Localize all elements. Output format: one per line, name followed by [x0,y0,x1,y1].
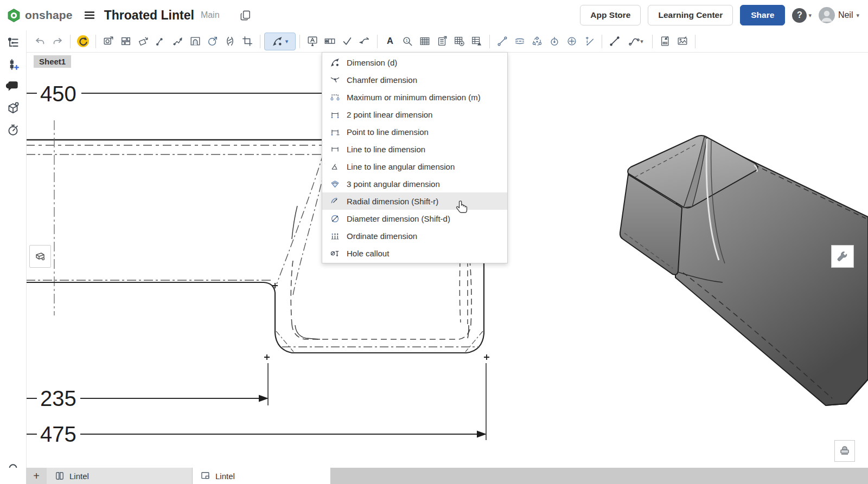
chamfer-dimension-icon [329,74,341,86]
table-button[interactable] [416,33,433,49]
menu-item-chamfer-dimension[interactable]: Chamfer dimension [322,71,507,88]
comments-button[interactable] [4,77,22,95]
3d-part-view[interactable] [620,135,868,405]
circular-center-mark-button[interactable] [546,33,563,49]
avatar [819,7,835,23]
print-icon [838,444,851,457]
multi-leader-button[interactable] [356,33,373,49]
menu-item-label: Line to line angular dimension [347,162,455,171]
text-button[interactable]: A [381,33,399,49]
dimension-235-group[interactable]: 235 [26,363,269,410]
main-menu-button[interactable] [82,8,97,22]
learning-center-button[interactable]: Learning Center [648,5,733,25]
center-mark-icon [566,35,578,47]
drawing-icon [200,470,211,481]
share-button[interactable]: Share [740,5,785,25]
spline-button[interactable]: ▾ [623,33,648,49]
auxiliary-view-button[interactable] [135,33,152,49]
menu-item-2-point-linear-dimension[interactable]: 2 point linear dimension [322,106,507,123]
menu-item-label: Point to line dimension [347,127,429,137]
spline-icon [628,35,640,47]
onshape-logo[interactable]: onshape [7,8,73,23]
menu-item-line-to-line-dimension[interactable]: Line to line dimension [322,140,507,158]
configurations-button[interactable] [4,55,22,74]
center-mark-pattern-icon [531,35,543,47]
inspect-button[interactable]: 1 [399,33,416,49]
help-icon: ? [792,8,807,23]
dimension-value[interactable]: 475 [40,422,76,446]
dimension-value[interactable]: 450 [40,82,76,106]
center-mark-pattern-button[interactable] [528,33,546,49]
toolbar-separator [70,35,71,48]
user-menu[interactable]: Neil ▾ [819,7,859,23]
menu-item-max-min-dimension[interactable]: Maximum or minimum dimension (m) [322,88,507,106]
view-stack-icon [34,250,47,263]
update-views-button[interactable] [74,33,92,49]
line-button[interactable] [606,33,623,49]
drawing-view-button[interactable] [29,245,51,268]
menu-item-3-point-angular-dimension[interactable]: 3 point angular dimension [322,175,507,192]
dimension-value[interactable]: 235 [40,386,76,410]
view-tools-button[interactable] [831,245,854,268]
menu-item-diameter-dimension[interactable]: Diameter dimension (Shift-d) [322,210,507,227]
tab-bar-filler [331,468,868,484]
centerline-bisector-button[interactable] [580,33,598,49]
export-dxf-button[interactable]: DXF [656,33,674,49]
history-button[interactable] [4,120,22,139]
broken-out-section-button[interactable] [187,33,204,49]
help-menu[interactable]: ? ▾ [792,8,812,23]
view-layout-button[interactable] [117,33,135,49]
diameter-dimension-icon [329,212,341,224]
menu-item-ordinate-dimension[interactable]: Ordinate dimension [322,227,507,244]
menu-item-radial-dimension[interactable]: Radial dimension (Shift-r) [322,192,507,210]
redo-button[interactable] [49,33,66,49]
tab-part-studio-lintel[interactable]: Lintel [47,468,193,484]
note-button[interactable] [304,33,321,49]
copy-document-button[interactable] [238,8,253,23]
bom-table-button[interactable] [433,33,451,49]
onshape-logo-icon [7,8,21,23]
centerline-button[interactable] [511,33,528,49]
centerline-two-points-button[interactable] [494,33,511,49]
print-button[interactable] [834,440,855,462]
center-mark-button[interactable] [563,33,580,49]
dimension-icon [272,36,283,47]
undo-button[interactable] [31,33,49,49]
menu-item-hole-callout[interactable]: Hole callout [322,244,507,262]
detail-view-button[interactable] [204,33,221,49]
toolbar-separator [489,35,490,48]
menu-item-point-to-line-dimension[interactable]: Point to line dimension [322,123,507,140]
dimension-475-group[interactable]: 475 [26,363,487,446]
feature-list-icon [6,36,20,50]
copy-document-icon [239,9,252,22]
menu-item-line-to-line-angular-dimension[interactable]: Line to line angular dimension [322,158,507,175]
menu-item-dimension[interactable]: Dimension (d) [322,54,507,71]
bom-table-icon [436,35,448,47]
versions-button[interactable] [4,99,22,117]
add-tab-button[interactable]: + [26,468,47,484]
export-dxf-icon: DXF [659,35,671,47]
dimension-icon [329,56,341,68]
section-line-button[interactable] [152,33,169,49]
undo-icon [34,35,46,47]
hole-table-button[interactable] [451,33,468,49]
dimension-tool-button[interactable]: ▾ [264,33,296,50]
surface-finish-button[interactable] [339,33,356,49]
app-store-button[interactable]: App Store [580,5,641,25]
geometric-tolerance-button[interactable] [321,33,339,49]
insert-view-button[interactable] [100,33,117,49]
revision-table-button[interactable] [468,33,486,49]
hamburger-icon [84,9,95,21]
sheet-tab[interactable]: Sheet1 [34,55,71,68]
feature-list-button[interactable] [4,34,22,52]
crop-view-button[interactable] [239,33,256,49]
tab-drawing-lintel[interactable]: Lintel [193,468,331,484]
partial-section-button[interactable] [169,33,187,49]
break-view-button[interactable] [221,33,239,49]
workspace-label[interactable]: Main [201,10,220,20]
break-view-icon [224,35,236,47]
insert-image-button[interactable] [674,33,691,49]
chevron-down-icon: ▾ [856,12,859,18]
chevron-down-icon: ▾ [808,12,812,18]
document-sidebar [0,30,27,484]
